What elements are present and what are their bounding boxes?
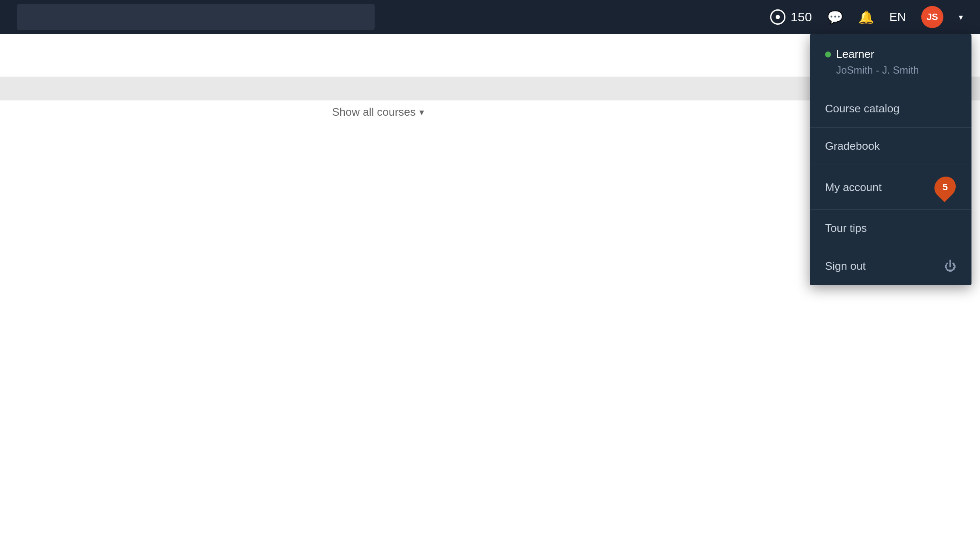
points-value: 150	[791, 10, 812, 24]
user-status-row: Learner	[825, 48, 956, 61]
chevron-down-icon: ▾	[419, 107, 424, 118]
dropdown-item-tour-tips[interactable]: Tour tips	[810, 210, 971, 247]
tour-tips-label: Tour tips	[825, 222, 867, 235]
username-label: JoSmith - J. Smith	[825, 64, 956, 76]
sign-out-label: Sign out	[825, 260, 865, 273]
online-status-dot	[825, 51, 831, 57]
user-dropdown-menu: Learner JoSmith - J. Smith Course catalo…	[810, 34, 971, 285]
dropdown-item-my-account[interactable]: My account 5	[810, 165, 971, 210]
notifications-icon[interactable]: 🔔	[858, 10, 874, 25]
dropdown-user-header: Learner JoSmith - J. Smith	[810, 34, 971, 90]
points-display[interactable]: 150	[770, 9, 812, 25]
my-account-badge: 5	[934, 177, 956, 197]
badge-teardrop-shape: 5	[930, 172, 960, 203]
user-role-label: Learner	[836, 48, 874, 61]
dropdown-item-gradebook[interactable]: Gradebook	[810, 128, 971, 165]
gradebook-label: Gradebook	[825, 140, 880, 153]
navbar-actions: 150 💬 🔔 EN JS ▾	[770, 6, 963, 28]
navbar-logo-area	[17, 4, 375, 30]
avatar[interactable]: JS	[921, 6, 943, 28]
show-all-courses-filter[interactable]: Show all courses ▾	[332, 106, 424, 119]
power-icon: ⏻	[944, 259, 956, 273]
language-selector[interactable]: EN	[889, 10, 906, 24]
points-icon	[770, 9, 785, 25]
chat-icon[interactable]: 💬	[827, 10, 843, 25]
dropdown-item-course-catalog[interactable]: Course catalog	[810, 90, 971, 128]
navbar: 150 💬 🔔 EN JS ▾	[0, 0, 980, 34]
badge-count: 5	[943, 182, 948, 193]
my-account-label: My account	[825, 181, 882, 194]
user-menu-toggle[interactable]: ▾	[959, 12, 963, 22]
dropdown-item-sign-out[interactable]: Sign out ⏻	[810, 247, 971, 285]
show-all-courses-label: Show all courses	[332, 106, 416, 119]
course-catalog-label: Course catalog	[825, 102, 900, 115]
